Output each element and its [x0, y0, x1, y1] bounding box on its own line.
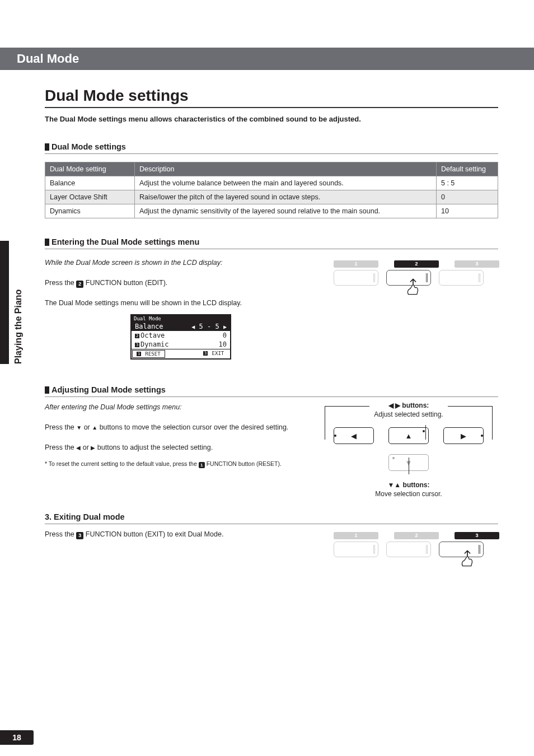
diagram-line — [325, 406, 369, 407]
right-arrow-button[interactable]: ▶ — [443, 427, 484, 444]
left-arrow-button[interactable]: ◀ — [334, 427, 374, 444]
num-1-grey-icon: 1 — [334, 260, 378, 268]
th-description: Description — [135, 162, 437, 176]
bottom-label: ▼▲ buttons: — [319, 481, 498, 489]
bottom-desc: Move selection cursor. — [319, 490, 498, 498]
page-title: Dual Mode settings — [45, 87, 498, 105]
instruction-text: Press the 2 FUNCTION button (EDIT). — [45, 277, 317, 288]
bar-marker-icon — [45, 386, 49, 394]
down-arrow-icon: ▼ — [76, 424, 82, 431]
instruction-text: Press the 3 FUNCTION button (EXIT) to ex… — [45, 529, 317, 540]
lead-text: While the Dual Mode screen is shown in t… — [45, 257, 317, 268]
left-arrow-icon: ◀ — [191, 324, 195, 330]
lcd-exit-button: 3 EXIT — [198, 350, 229, 358]
th-default: Default setting — [437, 162, 498, 176]
settings-table: Dual Mode setting Description Default se… — [45, 162, 498, 218]
lcd-row: 3Dynamic 10 — [132, 340, 230, 349]
cell: Adjust the dynamic sensitivity of the la… — [135, 204, 437, 218]
intro-text: The Dual Mode settings menu allows chara… — [45, 115, 498, 123]
subheading-adjusting: Adjusting Dual Mode settings — [45, 385, 498, 394]
cell: Layer Octave Shift — [45, 190, 135, 204]
cell: Balance — [45, 176, 135, 190]
function-button-1[interactable] — [334, 542, 378, 557]
num-3-grey-icon: 3 — [455, 260, 499, 268]
cell: Raise/lower the pitch of the layered sou… — [135, 190, 437, 204]
table-row: Layer Octave Shift Raise/lower the pitch… — [45, 190, 498, 204]
section-banner: Dual Mode — [0, 48, 534, 70]
result-text: The Dual Mode settings menu will be show… — [45, 297, 317, 309]
subheading-exiting: 3. Exiting Dual mode — [45, 512, 498, 521]
top-label: ◀ ▶ buttons: — [319, 402, 498, 409]
instruction-text: Press the ◀ or ▶ buttons to adjust the s… — [45, 442, 302, 453]
table-row: Dynamics Adjust the dynamic sensitivity … — [45, 204, 498, 218]
num-1-grey-icon: 1 — [334, 532, 378, 539]
num-2-icon: 2 — [394, 260, 439, 268]
num-3-icon: 3 — [455, 532, 499, 539]
sub-rule — [45, 524, 498, 524]
function-button-1[interactable] — [334, 270, 378, 286]
lcd-display: Dual Mode Balance ◀ 5 - 5 ▶ 2Octave 0 3D… — [130, 314, 231, 360]
top-desc: Adjust selected setting. — [319, 410, 498, 418]
lead-text: After entering the Dual Mode settings me… — [45, 402, 302, 413]
side-tab — [0, 241, 9, 364]
lcd-title: Dual Mode — [132, 315, 230, 322]
th-setting: Dual Mode setting — [45, 162, 135, 176]
bar-marker-icon — [45, 239, 49, 246]
function-button-2[interactable] — [386, 542, 431, 557]
sub-rule — [45, 153, 498, 154]
num-3-icon: 3 — [76, 532, 83, 539]
cell: 10 — [437, 204, 498, 218]
cell: 5 : 5 — [437, 176, 498, 190]
lcd-reset-button: 1 RESET — [132, 350, 165, 358]
up-arrow-icon: ▲ — [92, 424, 97, 431]
sub-rule — [45, 396, 498, 397]
press-hand-icon — [404, 277, 423, 296]
title-rule — [45, 107, 498, 108]
instruction-text: Press the ▼ or ▲ buttons to move the sel… — [45, 422, 302, 433]
right-arrow-icon: ▶ — [223, 324, 227, 330]
bar-marker-icon — [45, 143, 49, 151]
diagram-line — [448, 406, 493, 407]
page-number: 18 — [0, 730, 34, 745]
cell: Dynamics — [45, 204, 135, 218]
lcd-row-selected: Balance ◀ 5 - 5 ▶ — [132, 322, 230, 331]
sub-rule — [45, 249, 498, 249]
num-1-icon: 1 — [199, 462, 205, 468]
press-hand-icon — [458, 549, 477, 568]
function-button-3[interactable] — [439, 270, 484, 286]
num-2-grey-icon: 2 — [394, 532, 439, 539]
up-arrow-button[interactable]: ▲ — [388, 427, 429, 444]
note-text: * To reset the current setting to the de… — [45, 460, 302, 469]
subheading-entering: Entering the Dual Mode settings menu — [45, 237, 498, 246]
function-buttons-diagram: 1 2 3 — [334, 257, 498, 360]
table-row: Balance Adjust the volume balance betwee… — [45, 176, 498, 190]
num-2-icon: 2 — [76, 281, 83, 288]
mini-3-icon: 3 — [135, 343, 139, 347]
lcd-foot: 1 RESET 3 EXIT — [132, 349, 230, 358]
section-label: Playing the Piano — [13, 290, 24, 364]
function-buttons-diagram: 1 2 3 — [334, 529, 498, 557]
arrow-buttons-diagram: ◀ ▶ buttons: Adjust selected setting. ◀ … — [319, 402, 498, 498]
lcd-row: 2Octave 0 — [132, 331, 230, 340]
cell: 0 — [437, 190, 498, 204]
subheading-settings: Dual Mode settings — [45, 142, 498, 151]
mini-2-icon: 2 — [135, 334, 139, 338]
cell: Adjust the volume balance between the ma… — [135, 176, 437, 190]
